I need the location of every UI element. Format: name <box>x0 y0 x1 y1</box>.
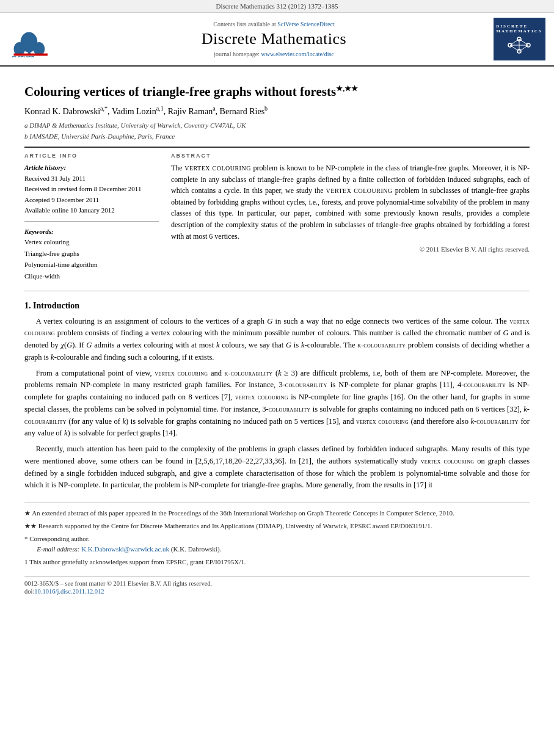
elsevier-logo-area: ELSEVIER <box>7 18 56 60</box>
induced-path-6: induced path on 6 vertices <box>425 405 505 413</box>
journal-reference-bar: Discrete Mathematics 312 (2012) 1372–138… <box>0 0 554 13</box>
fn3-author-name: (K.K. Dabrowski). <box>171 545 221 553</box>
author2-sup: a,1 <box>156 105 164 112</box>
article-info-label: ARTICLE INFO <box>24 153 159 159</box>
section1-para3: Recently, much attention has been paid t… <box>24 443 530 492</box>
footnote4: 1 This author gratefully acknowledges su… <box>24 557 530 567</box>
footnote3: * Corresponding author. E-mail address: … <box>24 534 530 554</box>
dm-logo-area: DISCRETEMATHEMATICS <box>492 18 547 60</box>
journal-header: ELSEVIER Contents lists available at Sci… <box>0 13 554 67</box>
dm-logo-box: DISCRETEMATHEMATICS <box>494 18 545 60</box>
author4-sup: b <box>264 105 268 112</box>
abstract-text: The vertex colouring problem is known to… <box>171 162 530 242</box>
article-info-box: Article history: Received 31 July 2011 R… <box>24 162 159 216</box>
fn2-symbol: ★★ <box>24 522 37 529</box>
received-date: Received 31 July 2011 <box>24 173 159 184</box>
accepted-date: Accepted 9 December 2011 <box>24 195 159 206</box>
author2-name: Vadim Lozin <box>112 107 156 116</box>
page: Discrete Mathematics 312 (2012) 1372–138… <box>0 0 554 756</box>
fn3-symbol: * <box>24 535 28 542</box>
bottom-bar: 0012-365X/$ – see front matter © 2011 El… <box>24 576 530 595</box>
abstract-column: ABSTRACT The vertex colouring problem is… <box>171 153 530 282</box>
author4-name: Bernard Ries <box>220 107 264 116</box>
revised-date: Received in revised form 8 December 2011 <box>24 184 159 195</box>
journal-homepage: journal homepage: www.elsevier.com/locat… <box>62 51 486 57</box>
fn3-email-link[interactable]: K.K.Dabrowski@warwick.ac.uk <box>81 545 169 553</box>
available-date: Available online 10 January 2012 <box>24 205 159 216</box>
section1-para1: A vertex colouring is an assignment of c… <box>24 316 530 364</box>
author1-sup: a,* <box>100 105 108 112</box>
keyword1: Vertex colouring <box>24 236 159 248</box>
svg-line-13 <box>510 45 519 51</box>
fn3-email-label: E-mail address: <box>37 545 79 553</box>
affil-b: b IAMSADE, Université Paris-Dauphine, Pa… <box>24 131 530 142</box>
fn1-text: An extended abstract of this paper appea… <box>32 509 454 517</box>
author3-sup: a <box>213 105 215 112</box>
doi-label: doi: <box>24 588 34 595</box>
journal-homepage-link[interactable]: www.elsevier.com/locate/disc <box>261 51 333 57</box>
svg-line-14 <box>519 45 528 51</box>
fn4-text: This author gratefully acknowledges supp… <box>29 558 246 565</box>
footnote2: ★★ Research supported by the Centre for … <box>24 521 530 531</box>
keywords-section: Keywords: Vertex colouring Triangle-free… <box>24 228 159 282</box>
article-title: Colouring vertices of triangle-free grap… <box>24 84 530 100</box>
section1-heading: 1. Introduction <box>24 301 530 311</box>
authors-line: Konrad K. Dabrowskia,*, Vadim Lozina,1, … <box>24 105 530 117</box>
article-info-column: ARTICLE INFO Article history: Received 3… <box>24 153 159 282</box>
journal-ref-text: Discrete Mathematics 312 (2012) 1372–138… <box>216 2 338 10</box>
fn4-symbol: 1 <box>24 558 28 565</box>
svg-line-11 <box>510 39 519 45</box>
doi-line: doi:10.1016/j.disc.2011.12.012 <box>24 588 530 595</box>
divider-thick <box>24 147 530 148</box>
abstract-label: ABSTRACT <box>171 153 530 159</box>
vertex-colouring-sc2: vertex colouring <box>326 187 393 194</box>
fn2-text: Research supported by the Centre for Dis… <box>38 522 432 529</box>
footnotes-area: ★ An extended abstract of this paper app… <box>24 503 530 567</box>
journal-title: Discrete Mathematics <box>62 30 486 48</box>
article-title-text: Colouring vertices of triangle-free grap… <box>24 84 336 99</box>
two-column-section: ARTICLE INFO Article history: Received 3… <box>24 153 530 282</box>
dm-logo-diagram <box>504 36 534 54</box>
divider-info <box>24 221 159 222</box>
fn1-symbol: ★ <box>24 509 31 517</box>
elsevier-logo-svg: ELSEVIER <box>9 21 55 57</box>
fn3-corresponding: Corresponding author. <box>29 535 89 542</box>
author3-name: Rajiv Raman <box>168 107 213 116</box>
keyword4: Clique-width <box>24 271 159 282</box>
author1-name: Konrad K. Dabrowski <box>24 107 100 116</box>
journal-title-area: Contents lists available at SciVerse Sci… <box>62 18 486 60</box>
affiliations: a DIMAP & Mathematics Institute, Univers… <box>24 120 530 142</box>
sciverse-text: Contents lists available at SciVerse Sci… <box>62 21 486 27</box>
svg-text:ELSEVIER: ELSEVIER <box>12 55 34 57</box>
footnote1: ★ An extended abstract of this paper app… <box>24 508 530 518</box>
title-stars: ★,★★ <box>336 84 358 93</box>
article-history-heading: Article history: <box>24 162 159 173</box>
svg-line-12 <box>519 39 528 45</box>
doi-link[interactable]: 10.1016/j.disc.2011.12.012 <box>34 588 104 595</box>
dm-logo-text: DISCRETEMATHEMATICS <box>496 24 542 34</box>
keyword3: Polynomial-time algorithm <box>24 259 159 271</box>
vertex-colouring-sc1: vertex colouring <box>184 165 251 172</box>
affil-a: a DIMAP & Mathematics Institute, Univers… <box>24 120 530 131</box>
keywords-list: Vertex colouring Triangle-free graphs Po… <box>24 236 159 282</box>
main-content: Colouring vertices of triangle-free grap… <box>0 67 554 607</box>
divider-section <box>24 291 530 291</box>
section1-para2: From a computational point of view, vert… <box>24 368 530 440</box>
sciverse-link[interactable]: SciVerse ScienceDirect <box>277 21 335 27</box>
keyword2: Triangle-free graphs <box>24 248 159 260</box>
keywords-heading: Keywords: <box>24 228 159 235</box>
copyright-line: © 2011 Elsevier B.V. All rights reserved… <box>171 245 530 253</box>
issn-line: 0012-365X/$ – see front matter © 2011 El… <box>24 580 530 587</box>
